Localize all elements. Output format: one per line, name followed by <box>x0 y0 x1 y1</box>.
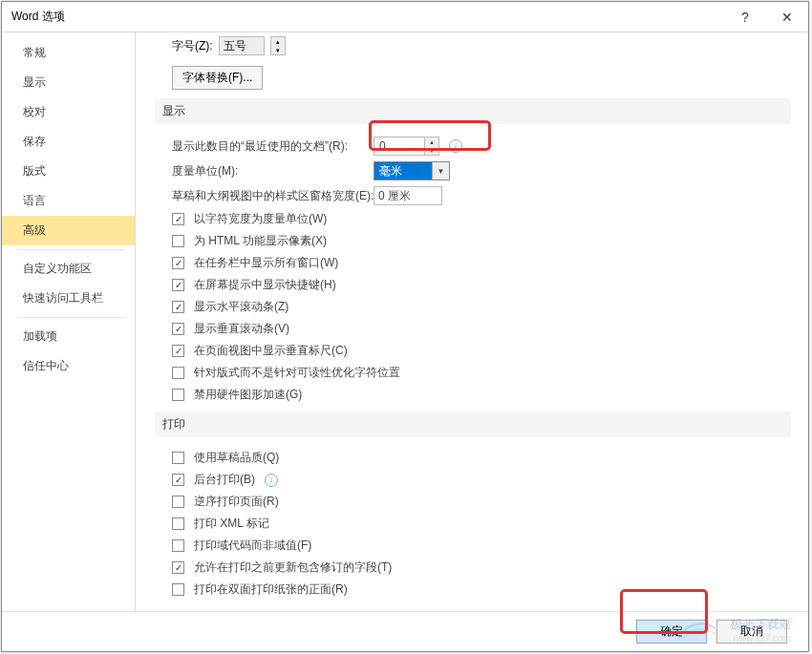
check-taskbar-windows[interactable]: ✓ 在任务栏中显示所有窗口(W) <box>155 252 791 274</box>
ok-button[interactable]: 确定 <box>636 620 707 643</box>
recent-docs-row: 显示此数目的“最近使用的文档”(R): 0 ▲ ▼ i <box>155 134 791 158</box>
content-pane[interactable]: 字号(Z): 五号 ▲ ▼ 字体替换(F)... 显示 显示此数目的“最近使用的… <box>136 32 808 611</box>
checkbox-icon[interactable] <box>172 389 184 401</box>
check-label: 在屏幕提示中显示快捷键(H) <box>194 277 336 293</box>
check-vertical-ruler[interactable]: ✓ 在页面视图中显示垂直标尺(C) <box>155 340 791 362</box>
sidebar-item-quick-access[interactable]: 快速访问工具栏 <box>2 284 135 313</box>
check-label: 显示水平滚动条(Z) <box>194 299 288 315</box>
check-optimize-layout[interactable]: 针对版式而不是针对可读性优化字符位置 <box>155 362 791 384</box>
font-size-label: 字号(Z): <box>172 38 213 54</box>
check-disable-hw-accel[interactable]: 禁用硬件图形加速(G) <box>155 384 791 406</box>
chevron-down-icon[interactable]: ▼ <box>432 162 449 179</box>
check-vertical-scrollbar[interactable]: ✓ 显示垂直滚动条(V) <box>155 318 791 340</box>
draft-width-input[interactable]: 0 厘米 <box>374 186 442 205</box>
window-title: Word 选项 <box>11 9 724 25</box>
checkbox-icon[interactable]: ✓ <box>172 345 184 357</box>
sidebar-item-general[interactable]: 常规 <box>2 38 135 68</box>
check-char-width-unit[interactable]: ✓ 以字符宽度为度量单位(W) <box>155 208 791 230</box>
section-print-header: 打印 <box>155 411 791 437</box>
recent-docs-value: 0 <box>374 137 424 155</box>
sidebar-item-save[interactable]: 保存 <box>2 127 135 157</box>
dialog-footer: 确定 取消 极光下载站 www.xz7.com <box>2 611 808 651</box>
sidebar-separator <box>17 317 125 318</box>
check-label: 以字符宽度为度量单位(W) <box>194 211 327 227</box>
font-substitution-button[interactable]: 字体替换(F)... <box>172 66 263 90</box>
titlebar: Word 选项 ? ✕ <box>2 2 808 32</box>
dialog-body: 常规 显示 校对 保存 版式 语言 高级 自定义功能区 快速访问工具栏 加载项 … <box>2 32 808 611</box>
check-label: 逆序打印页面(R) <box>194 494 279 510</box>
check-print-front-duplex[interactable]: 打印在双面打印纸张的正面(R) <box>155 579 791 601</box>
check-update-fields-print[interactable]: ✓ 允许在打印之前更新包含修订的字段(T) <box>155 557 791 579</box>
info-icon[interactable]: i <box>449 139 462 153</box>
checkbox-icon[interactable]: ✓ <box>172 301 184 313</box>
section-display-header: 显示 <box>155 98 791 124</box>
sidebar-item-customize-ribbon[interactable]: 自定义功能区 <box>2 254 135 284</box>
checkbox-icon[interactable] <box>172 496 184 508</box>
window-controls: ? ✕ <box>724 3 808 32</box>
check-print-xml[interactable]: 打印 XML 标记 <box>155 513 791 535</box>
font-size-spinner[interactable]: ▲ ▼ <box>270 36 286 55</box>
sidebar-separator <box>17 249 125 250</box>
sidebar-item-language[interactable]: 语言 <box>2 186 135 216</box>
close-button[interactable]: ✕ <box>766 3 808 32</box>
check-label: 打印域代码而非域值(F) <box>194 538 311 554</box>
check-label: 禁用硬件图形加速(G) <box>194 387 302 403</box>
check-label: 在任务栏中显示所有窗口(W) <box>194 255 338 271</box>
checkbox-icon[interactable]: ✓ <box>172 474 184 486</box>
check-label: 针对版式而不是针对可读性优化字符位置 <box>194 365 400 381</box>
measurement-unit-value: 毫米 <box>374 162 432 179</box>
help-button[interactable]: ? <box>724 3 766 32</box>
recent-docs-spinner[interactable]: 0 ▲ ▼ <box>374 137 439 156</box>
check-draft-quality[interactable]: 使用草稿品质(Q) <box>155 447 791 469</box>
check-horizontal-scrollbar[interactable]: ✓ 显示水平滚动条(Z) <box>155 296 791 318</box>
draft-width-row: 草稿和大纲视图中的样式区窗格宽度(E): 0 厘米 <box>155 183 791 208</box>
sidebar-item-layout[interactable]: 版式 <box>2 157 135 186</box>
spinner-up-icon[interactable]: ▲ <box>425 137 438 146</box>
check-reverse-print[interactable]: 逆序打印页面(R) <box>155 491 791 513</box>
checkbox-icon[interactable]: ✓ <box>172 257 184 269</box>
info-icon[interactable]: i <box>265 474 278 487</box>
cancel-button[interactable]: 取消 <box>716 620 787 643</box>
spinner-up-icon[interactable]: ▲ <box>271 37 285 46</box>
check-label: 为 HTML 功能显示像素(X) <box>194 233 327 249</box>
font-substitution-row: 字体替换(F)... <box>155 63 791 93</box>
checkbox-icon[interactable] <box>172 539 184 552</box>
truncated-font-row: 字号(Z): 五号 ▲ ▼ <box>155 32 791 63</box>
check-background-print[interactable]: ✓ 后台打印(B) i <box>155 469 791 491</box>
recent-docs-label: 显示此数目的“最近使用的文档”(R): <box>172 138 368 155</box>
measurement-unit-select[interactable]: 毫米 ▼ <box>374 161 450 180</box>
check-label: 打印 XML 标记 <box>194 516 269 532</box>
word-options-dialog: Word 选项 ? ✕ 常规 显示 校对 保存 版式 语言 高级 自定义功能区 … <box>1 1 809 652</box>
checkbox-icon[interactable] <box>172 517 184 530</box>
check-screen-tips-shortcuts[interactable]: ✓ 在屏幕提示中显示快捷键(H) <box>155 274 791 296</box>
check-label: 使用草稿品质(Q) <box>194 450 279 466</box>
check-html-pixels[interactable]: 为 HTML 功能显示像素(X) <box>155 230 791 252</box>
sidebar-item-trust-center[interactable]: 信任中心 <box>2 351 135 381</box>
sidebar-item-advanced[interactable]: 高级 <box>2 216 135 245</box>
checkbox-icon[interactable] <box>172 235 184 247</box>
sidebar-item-proofing[interactable]: 校对 <box>2 97 135 127</box>
spinner-down-icon[interactable]: ▼ <box>425 146 438 155</box>
check-label: 后台打印(B) <box>194 472 255 488</box>
measurement-unit-row: 度量单位(M): 毫米 ▼ <box>155 158 791 183</box>
font-size-value[interactable]: 五号 <box>219 36 265 55</box>
spinner-down-icon[interactable]: ▼ <box>271 46 285 54</box>
checkbox-icon[interactable] <box>172 367 184 379</box>
sidebar-item-display[interactable]: 显示 <box>2 68 135 97</box>
checkbox-icon[interactable]: ✓ <box>172 323 184 335</box>
check-label: 打印在双面打印纸张的正面(R) <box>194 581 348 598</box>
checkbox-icon[interactable] <box>172 452 184 464</box>
sidebar: 常规 显示 校对 保存 版式 语言 高级 自定义功能区 快速访问工具栏 加载项 … <box>2 32 136 611</box>
checkbox-icon[interactable]: ✓ <box>172 561 184 574</box>
sidebar-item-addins[interactable]: 加载项 <box>2 322 135 351</box>
checkbox-icon[interactable]: ✓ <box>172 279 184 291</box>
check-label: 在页面视图中显示垂直标尺(C) <box>194 343 348 359</box>
check-label: 允许在打印之前更新包含修订的字段(T) <box>194 559 392 576</box>
checkbox-icon[interactable] <box>172 583 184 596</box>
measurement-unit-label: 度量单位(M): <box>172 163 368 179</box>
check-print-field-codes[interactable]: 打印域代码而非域值(F) <box>155 535 791 557</box>
check-label: 显示垂直滚动条(V) <box>194 321 289 337</box>
draft-width-label: 草稿和大纲视图中的样式区窗格宽度(E): <box>172 188 368 204</box>
checkbox-icon[interactable]: ✓ <box>172 213 184 225</box>
